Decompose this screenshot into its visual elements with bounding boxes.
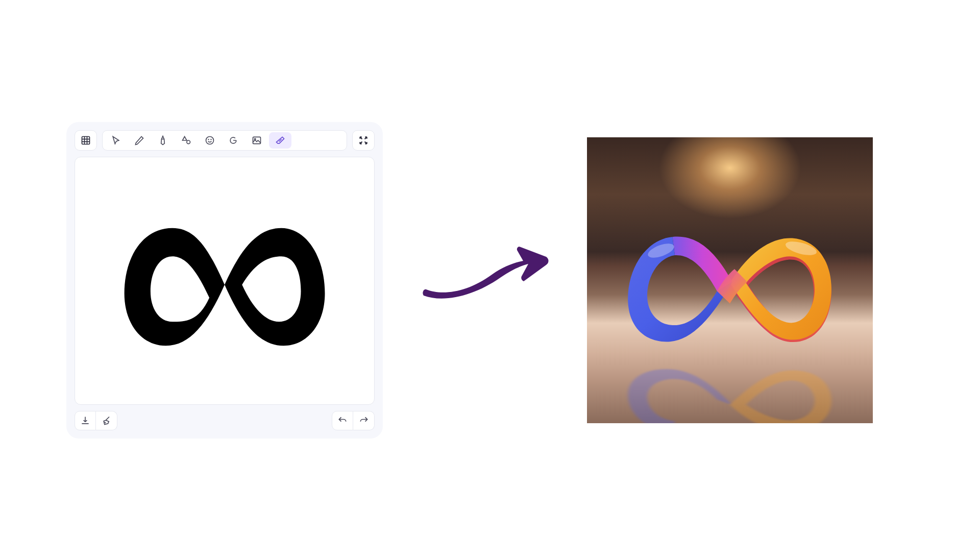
google-icon [228, 135, 238, 145]
eraser-icon [275, 135, 285, 145]
grid-icon [81, 135, 91, 145]
top-toolbar [75, 130, 375, 151]
eraser-tool[interactable] [269, 132, 291, 149]
image-tool[interactable] [246, 132, 268, 149]
main-container [0, 122, 980, 439]
pen-icon [158, 135, 168, 145]
redo-icon [359, 416, 369, 426]
left-buttons [75, 411, 117, 430]
svg-rect-0 [82, 136, 90, 144]
infinity-logo-3d [601, 223, 859, 352]
spotlight [658, 137, 801, 219]
svg-point-6 [206, 136, 214, 144]
transform-arrow [413, 245, 556, 316]
infinity-logo-reflection [601, 363, 859, 423]
emoji-tool[interactable] [199, 132, 221, 149]
svg-point-7 [208, 139, 209, 139]
bottom-toolbar [75, 411, 375, 430]
arrow-icon [413, 245, 556, 316]
clear-button[interactable] [96, 411, 117, 430]
expand-button[interactable] [352, 130, 375, 151]
svg-point-5 [187, 140, 190, 144]
emoji-icon [205, 135, 215, 145]
grid-button[interactable] [75, 130, 97, 151]
shapes-icon [181, 135, 191, 145]
pencil-icon [134, 135, 144, 145]
cursor-icon [111, 135, 121, 145]
broom-icon [102, 416, 112, 426]
pen-tool[interactable] [152, 132, 174, 149]
download-icon [80, 416, 90, 426]
right-buttons [332, 411, 375, 430]
result-background [587, 137, 873, 423]
expand-icon [358, 135, 369, 145]
undo-icon [337, 416, 348, 426]
undo-button[interactable] [332, 411, 353, 430]
svg-point-8 [211, 139, 211, 139]
google-tool[interactable] [222, 132, 244, 149]
tools-group [102, 130, 347, 151]
pencil-tool[interactable] [128, 132, 151, 149]
drawing-canvas[interactable] [75, 157, 375, 405]
editor-panel [66, 122, 383, 439]
shapes-tool[interactable] [175, 132, 198, 149]
download-button[interactable] [75, 411, 96, 430]
redo-button[interactable] [353, 411, 375, 430]
result-image [587, 137, 873, 423]
image-icon [252, 135, 262, 145]
infinity-logo-drawing [97, 206, 352, 354]
cursor-tool[interactable] [105, 132, 127, 149]
